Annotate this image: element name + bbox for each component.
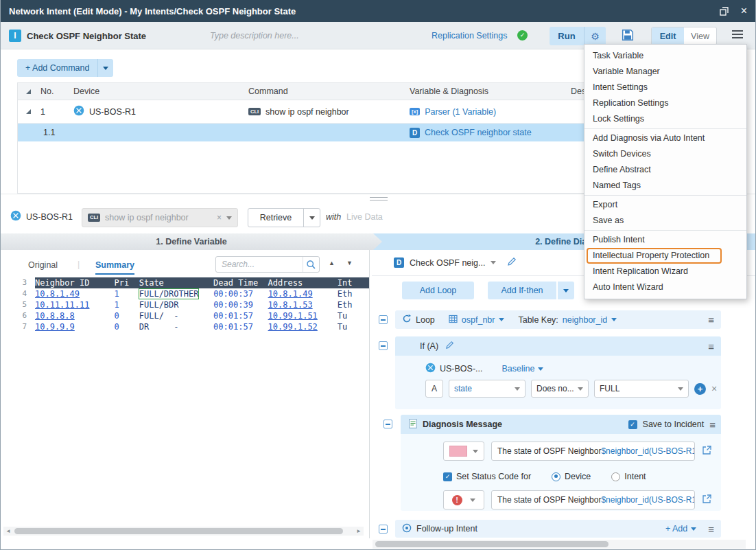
if-title: If (A) xyxy=(420,341,438,351)
followup-add-chevron-icon xyxy=(691,527,696,531)
loop-table-chevron-icon[interactable] xyxy=(499,318,504,321)
collapse-followup-icon[interactable] xyxy=(379,525,388,534)
expand-message-icon[interactable] xyxy=(702,445,712,457)
tab-edit[interactable]: Edit xyxy=(652,27,684,45)
collapse-if-icon[interactable] xyxy=(379,341,388,350)
row-expander-icon[interactable] xyxy=(18,109,38,114)
followup-menu-icon[interactable]: ≡ xyxy=(708,523,714,535)
restore-icon[interactable] xyxy=(720,7,729,16)
close-icon[interactable]: × xyxy=(741,5,747,16)
splitter-grip[interactable] xyxy=(370,197,388,200)
menu-item-save-as[interactable]: Save as xyxy=(584,213,746,229)
edit-pencil-icon[interactable] xyxy=(507,257,517,268)
parser-link[interactable]: Parser (1 Variable) xyxy=(425,107,496,117)
status-code-select[interactable]: ! xyxy=(443,490,484,509)
parser-output: 3Neighbor ID Pri State Dead Time Address… xyxy=(1,277,369,332)
menu-group: ExportSave as xyxy=(584,196,746,231)
add-if-then-chevron-icon[interactable] xyxy=(558,282,574,299)
intent-radio[interactable] xyxy=(611,472,620,481)
clear-command-icon[interactable]: × xyxy=(217,213,222,222)
define-variable-header: 1. Define Variable xyxy=(1,233,382,250)
intent-icon: I xyxy=(9,30,21,42)
add-if-then-button[interactable]: Add If-then xyxy=(488,282,556,299)
followup-add-button[interactable]: + Add xyxy=(665,524,696,534)
table-key-chevron-icon[interactable] xyxy=(611,318,617,321)
menu-item-replication-settings[interactable]: Replication Settings xyxy=(584,95,746,111)
collapse-loop-icon[interactable] xyxy=(379,315,388,324)
diagnosis-menu-icon[interactable]: ≡ xyxy=(709,419,716,431)
add-condition-icon[interactable]: + xyxy=(694,383,706,395)
scroll-right-icon[interactable]: ► xyxy=(354,528,364,534)
collapse-all-icon[interactable] xyxy=(18,89,38,94)
menu-item-lock-settings[interactable]: Lock Settings xyxy=(584,111,746,127)
context-menu: Task VariableVariable ManagerIntent Sett… xyxy=(584,44,747,299)
save-to-incident-checkbox[interactable]: ✓ xyxy=(628,420,637,429)
search-input[interactable] xyxy=(216,260,303,269)
menu-item-auto-intent-wizard[interactable]: Auto Intent Wizard xyxy=(584,279,746,295)
tab-original[interactable]: Original xyxy=(28,260,58,270)
hamburger-menu-icon[interactable] xyxy=(732,30,743,38)
diagnosis-chevron-icon[interactable] xyxy=(491,261,496,264)
expand-message-icon[interactable] xyxy=(702,494,712,506)
remove-condition-icon[interactable]: × xyxy=(711,383,717,394)
data-source-select[interactable]: Baseline xyxy=(502,364,544,374)
run-gear-icon[interactable]: ⚙ xyxy=(584,27,606,45)
retrieve-button[interactable]: Retrieve xyxy=(248,209,303,227)
device-icon xyxy=(73,105,84,118)
diagnosis-message-input[interactable]: The state of OSPF Neighbor $neighbor_id(… xyxy=(491,442,695,461)
device-radio[interactable] xyxy=(552,472,560,481)
menu-item-switch-devices[interactable]: Switch Devices xyxy=(584,146,746,162)
menu-item-named-tags[interactable]: Named Tags xyxy=(584,178,746,194)
add-command-button[interactable]: + Add Command xyxy=(17,59,113,77)
scroll-left-icon[interactable]: ◄ xyxy=(3,528,13,534)
description-input[interactable] xyxy=(210,28,368,43)
set-status-checkbox[interactable]: ✓ xyxy=(443,472,452,481)
menu-item-export[interactable]: Export xyxy=(584,197,746,213)
hscroll-thumb[interactable] xyxy=(375,541,609,547)
menu-item-variable-manager[interactable]: Variable Manager xyxy=(584,64,746,80)
diagnosis-message-header: Diagnosis Message ✓ Save to Incident ≡ xyxy=(401,415,721,434)
cli-icon: CLI xyxy=(88,214,100,222)
run-button[interactable]: Run xyxy=(550,27,584,45)
collapse-diagnosis-icon[interactable] xyxy=(383,420,392,428)
prev-match-icon[interactable]: ▲ xyxy=(329,260,335,266)
diagnosis-link[interactable]: Check OSPF neighbor state xyxy=(425,128,532,137)
save-icon[interactable] xyxy=(622,29,634,43)
if-menu-icon[interactable]: ≡ xyxy=(708,341,714,352)
tab-summary[interactable]: Summary xyxy=(95,260,134,270)
col-device: Device xyxy=(73,87,248,96)
status-message-input[interactable]: The state of OSPF Neighbor $neighbor_id(… xyxy=(491,490,695,509)
hscroll-thumb[interactable] xyxy=(14,528,343,534)
retrieve-chevron-icon[interactable] xyxy=(303,209,320,227)
condition-variable-select[interactable]: state xyxy=(449,380,525,398)
loop-table-select[interactable]: ospf_nbr xyxy=(462,315,495,325)
menu-item-task-variable[interactable]: Task Variable xyxy=(584,48,746,64)
severity-color-select[interactable] xyxy=(443,442,484,461)
condition-value-select[interactable]: FULL xyxy=(594,380,689,398)
severity-chevron-icon xyxy=(473,450,478,453)
add-command-chevron-icon[interactable] xyxy=(98,59,113,77)
save-to-incident-label: Save to Incident xyxy=(643,420,705,429)
add-loop-button[interactable]: Add Loop xyxy=(402,282,474,299)
next-match-icon[interactable]: ▼ xyxy=(346,260,353,266)
intent-radio-label: Intent xyxy=(624,472,646,481)
replication-settings-link[interactable]: Replication Settings xyxy=(432,31,507,41)
tab-view[interactable]: View xyxy=(684,27,716,45)
menu-item-intent-settings[interactable]: Intent Settings xyxy=(584,80,746,95)
loop-menu-icon[interactable]: ≡ xyxy=(708,314,714,325)
command-chevron-icon[interactable] xyxy=(226,216,232,220)
command-value: show ip ospf neighbor xyxy=(105,213,212,222)
search-icon[interactable] xyxy=(303,257,319,272)
menu-item-intent-replication-wizard[interactable]: Intent Replication Wizard xyxy=(584,264,746,279)
command-input[interactable]: CLI show ip ospf neighbor × xyxy=(82,208,238,227)
if-header: If (A) ≡ xyxy=(395,336,721,356)
menu-item-publish-intent[interactable]: Publish Intent xyxy=(584,232,746,248)
menu-item-define-abstract[interactable]: Define Abstract xyxy=(584,162,746,178)
menu-item-add-diagnosis-via-auto-intent[interactable]: Add Diagnosis via Auto Intent xyxy=(584,130,746,146)
table-key-select[interactable]: neighbor_id xyxy=(563,315,607,325)
loop-row: Loop ospf_nbr Table Key: neighbor_id ≡ xyxy=(395,310,721,329)
menu-item-intellectual-property-protection[interactable]: Intellectual Property Protection xyxy=(584,248,746,264)
edit-pencil-icon[interactable] xyxy=(445,341,454,352)
add-command-label: + Add Command xyxy=(17,59,97,77)
condition-operator-select[interactable]: Does no... xyxy=(531,380,589,398)
